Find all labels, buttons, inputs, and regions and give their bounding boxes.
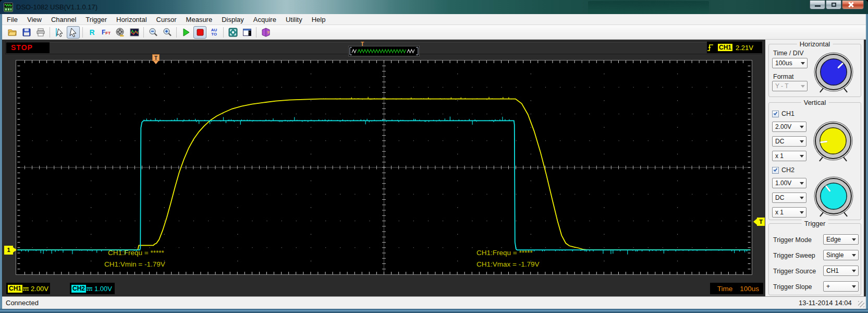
help-button[interactable]: ? (259, 26, 272, 39)
ch1-probe-select[interactable]: x 1 (772, 151, 806, 161)
chevron-down-icon (850, 282, 858, 291)
trigger-level-marker[interactable]: T (757, 218, 765, 226)
chevron-down-icon (798, 193, 806, 202)
menu-trigger[interactable]: Trigger (81, 14, 112, 25)
menu-acquire[interactable]: Acquire (249, 14, 281, 25)
time-div-select[interactable]: 100us (772, 58, 808, 68)
horizontal-group: Horizontal Time / DIV 100us Format Y - T (768, 44, 861, 97)
resize-grip-icon[interactable] (858, 301, 864, 307)
ch1-checkbox-label: CH1 (781, 110, 794, 117)
trigger-sweep-label: Trigger Sweep (773, 252, 815, 259)
panel-toggle-button[interactable] (240, 26, 253, 39)
chevron-down-icon (798, 178, 806, 188)
measurement-ch1-frequ-left: CH1:Frequ = ***** (108, 249, 164, 257)
chevron-down-icon (798, 151, 806, 161)
waveform-display[interactable]: CH1:Frequ = ***** CH1:Vmin = -1.79V CH1:… (16, 60, 752, 275)
ch2-probe-select[interactable]: x 1 (772, 207, 806, 218)
ch2-position-knob[interactable] (816, 179, 851, 213)
status-bar: Connected 13-11-2014 14:04 (2, 296, 866, 309)
cursor-select-button[interactable] (67, 26, 80, 39)
chevron-down-icon (850, 235, 858, 244)
run-button[interactable] (179, 26, 192, 39)
menu-horizontal[interactable]: Horizontal (112, 14, 152, 25)
vertical-group-title: Vertical (801, 99, 829, 106)
refresh-r-icon: R (89, 28, 94, 37)
waveform-view-button[interactable] (128, 26, 141, 39)
menu-bar: File View Channel Trigger Horizontal Cur… (2, 14, 866, 25)
preview-trigger-marker[interactable]: T (361, 41, 364, 47)
waveform-canvas (16, 61, 752, 274)
stop-acquisition-button[interactable] (193, 26, 206, 39)
trigger-slope-label: Trigger Slope (773, 283, 812, 291)
refresh-button[interactable]: R (85, 26, 99, 39)
acquisition-state-badge: STOP (6, 42, 50, 53)
menu-help[interactable]: Help (307, 14, 331, 25)
close-button[interactable] (842, 1, 864, 9)
measurement-ch1-vmin: CH1:Vmin = -1.79V (104, 260, 165, 268)
window-border (866, 14, 868, 309)
zoom-in-button[interactable] (161, 26, 174, 39)
trigger-level-value: 2.21V (736, 44, 753, 52)
menu-utility[interactable]: Utility (281, 14, 307, 25)
measurement-ch1-frequ-right: CH1:Frequ = ***** (476, 249, 533, 257)
menu-measure[interactable]: Measure (181, 14, 217, 25)
maximize-button[interactable] (826, 1, 841, 9)
toolbar-separator (50, 27, 50, 38)
fft-button[interactable]: FFT (100, 26, 113, 39)
minimize-button[interactable] (810, 1, 825, 9)
format-label: Format (773, 73, 794, 80)
ch1-position-knob[interactable] (816, 124, 850, 158)
menu-file[interactable]: File (2, 14, 22, 25)
open-button[interactable] (6, 26, 19, 39)
ch1-volts-per-div: 2.00V (31, 285, 48, 293)
ch2-checkbox-label: CH2 (781, 166, 794, 174)
auto-setup-button[interactable]: AUTO (207, 26, 221, 39)
zoom-out-button[interactable] (146, 26, 160, 39)
ch1-ground-marker[interactable]: 1 (4, 246, 13, 255)
datetime: 13-11-2014 14:04 (799, 299, 852, 307)
trigger-source-select[interactable]: CH1 (823, 266, 859, 276)
ch2-volts-select[interactable]: 1.00V (772, 178, 806, 188)
time-value: 100us (740, 285, 759, 293)
ch1-coupling-select[interactable]: DC (772, 136, 806, 147)
trigger-mode-select[interactable]: Edge (823, 234, 859, 245)
ch1-chip: CH1 (8, 285, 22, 293)
horizontal-position-knob[interactable] (816, 55, 851, 89)
ch2-enable-checkbox[interactable] (772, 167, 779, 174)
timebase-badge: Time 100us (710, 283, 763, 294)
chevron-down-icon (850, 250, 858, 260)
dc-coupling-icon (23, 286, 29, 291)
record-preview-bar[interactable] (348, 46, 420, 56)
ch2-scale-badge: CH2 1.00V (70, 283, 115, 294)
menu-view[interactable]: View (22, 14, 46, 25)
vertical-group: Vertical CH1 2.00V DC x 1 CH2 1.00V DC x… (768, 102, 861, 220)
horizontal-group-title: Horizontal (797, 40, 833, 48)
chevron-down-icon (798, 122, 806, 131)
ch1-scale-badge: CH1 2.00V (6, 283, 50, 294)
format-select: Y - T (772, 81, 808, 91)
trigger-slope-select[interactable]: + (823, 281, 859, 292)
time-div-label: Time / DIV (773, 50, 804, 57)
menu-display[interactable]: Display (217, 14, 249, 25)
record-button[interactable] (114, 26, 127, 39)
ch1-volts-select[interactable]: 2.00V (772, 122, 806, 132)
fullscreen-button[interactable] (226, 26, 239, 39)
trigger-group-title: Trigger (802, 220, 828, 227)
auto-icon: AUTO (211, 28, 217, 37)
cursor-measure-button[interactable] (53, 26, 66, 39)
ch2-coupling-select[interactable]: DC (772, 192, 806, 203)
title-bar: DSO-1082 USB(V1.1.0.17) (0, 0, 868, 14)
menu-cursor[interactable]: Cursor (152, 14, 181, 25)
chevron-down-icon (798, 208, 806, 217)
print-button[interactable] (34, 26, 47, 39)
ch1-enable-checkbox[interactable] (772, 111, 779, 117)
menu-channel[interactable]: Channel (46, 14, 81, 25)
window-title: DSO-1082 USB(V1.1.0.17) (16, 3, 97, 11)
ch2-chip: CH2 (71, 285, 86, 293)
chevron-down-icon (850, 266, 858, 275)
save-button[interactable] (20, 26, 33, 39)
trigger-sweep-select[interactable]: Single (823, 250, 859, 260)
trigger-time-marker[interactable]: T (152, 54, 160, 61)
maximize-icon (832, 3, 836, 7)
chevron-down-icon (799, 81, 807, 91)
